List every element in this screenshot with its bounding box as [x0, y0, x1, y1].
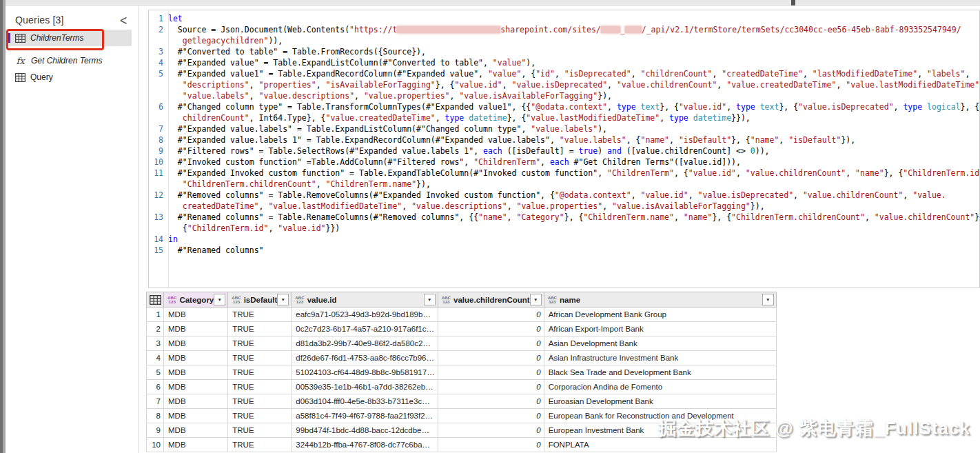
table-cell[interactable]: 0: [438, 308, 544, 322]
row-number[interactable]: 4: [147, 351, 164, 365]
table-cell[interactable]: MDB: [164, 438, 228, 452]
table-cell[interactable]: Asian Development Bank: [544, 336, 776, 351]
code-line[interactable]: 13 #"Renamed columns" = Table.RenameColu…: [149, 212, 979, 223]
table-cell[interactable]: 0: [438, 365, 544, 380]
column-filter-dropdown[interactable]: ▼: [214, 294, 225, 305]
table-cell[interactable]: d81da3b2-99b7-40e9-86f2-da580c2…: [292, 336, 438, 351]
table-cell[interactable]: TRUE: [228, 365, 292, 380]
code-line[interactable]: "ChildrenTerm.childrenCount", "ChildrenT…: [149, 179, 979, 190]
column-header-name[interactable]: ABC123name▼: [544, 292, 776, 308]
table-cell[interactable]: 0: [438, 351, 544, 365]
column-header-category[interactable]: ABC123Category▼: [164, 292, 228, 308]
code-line[interactable]: 12 #"Removed columns" = Table.RemoveColu…: [149, 190, 979, 201]
table-cell[interactable]: TRUE: [228, 336, 292, 351]
code-line[interactable]: 3 #"Converted to table" = Table.FromReco…: [149, 46, 979, 57]
table-cell[interactable]: 0c2c7d23-6b17-4a57-a210-917a6f1c…: [292, 322, 438, 336]
table-cell[interactable]: 0: [438, 409, 544, 423]
collapsed-panel-strip[interactable]: [0, 0, 6, 453]
code-line[interactable]: 9 #"Filtered rows" = Table.SelectRows(#"…: [149, 145, 979, 157]
row-number[interactable]: 6: [147, 380, 164, 394]
table-cell[interactable]: TRUE: [228, 423, 292, 438]
table-cell[interactable]: MDB: [164, 423, 228, 438]
table-cell[interactable]: 0: [438, 322, 544, 336]
table-cell[interactable]: 0: [438, 423, 544, 438]
row-number[interactable]: 1: [147, 308, 164, 322]
code-line[interactable]: 6 #"Changed column type" = Table.Transfo…: [149, 101, 979, 112]
table-cell[interactable]: MDB: [164, 351, 228, 365]
query-item-query[interactable]: Query: [6, 69, 132, 85]
table-cell[interactable]: 00539e35-1e1b-46b1-a7dd-38262eb…: [292, 380, 438, 394]
column-filter-dropdown[interactable]: ▼: [277, 294, 289, 305]
table-cell[interactable]: df26de67-f6d1-4753-aa8c-f86cc7b96…: [292, 351, 438, 365]
row-number[interactable]: 9: [147, 423, 164, 438]
table-cell[interactable]: MDB: [164, 409, 228, 423]
code-line[interactable]: 1let: [149, 13, 979, 24]
table-cell[interactable]: African Export-Import Bank: [544, 322, 776, 336]
table-cell[interactable]: 0: [438, 394, 544, 409]
table-cell[interactable]: 3244b12b-ffba-4767-8f08-dc77c6ba…: [292, 438, 438, 452]
line-number: 15: [149, 245, 168, 256]
code-line[interactable]: 7 #"Expanded value.labels" = Table.Expan…: [149, 123, 979, 134]
code-line[interactable]: {"ChildrenTerm.id", "value.id"}}): [149, 223, 979, 234]
row-number[interactable]: 8: [147, 409, 164, 423]
m-code-editor[interactable]: 1let2 Source = Json.Document(Web.Content…: [148, 10, 980, 288]
column-header-value-childrencount[interactable]: ABC123value.childrenCount▼: [438, 292, 544, 308]
table-corner-icon[interactable]: [147, 292, 164, 308]
table-cell[interactable]: TRUE: [228, 409, 292, 423]
row-number[interactable]: 3: [147, 336, 164, 351]
column-filter-dropdown[interactable]: ▼: [424, 294, 436, 305]
table-cell[interactable]: Corporacion Andina de Fomento: [544, 380, 776, 394]
collapse-pane-icon[interactable]: <: [115, 12, 132, 28]
code-line[interactable]: childrenCount", Int64.Type}, {"value.cre…: [149, 112, 979, 123]
code-line[interactable]: 14in: [149, 234, 979, 245]
table-cell[interactable]: MDB: [164, 380, 228, 394]
table-cell[interactable]: 0: [438, 438, 544, 452]
code-line[interactable]: 2 Source = Json.Document(Web.Contents("h…: [149, 24, 979, 35]
code-line[interactable]: 11 #"Expanded Invoked custom function" =…: [149, 168, 979, 179]
line-number: 9: [149, 145, 168, 157]
table-cell[interactable]: TRUE: [228, 308, 292, 322]
query-item-get-children-terms[interactable]: fx Get Children Terms: [6, 52, 132, 69]
code-line[interactable]: createdDateTime", "value.lastModifiedDat…: [149, 201, 979, 212]
table-cell[interactable]: Euroasian Development Bank: [544, 394, 776, 409]
row-number[interactable]: 2: [147, 322, 164, 336]
table-cell[interactable]: 99bd474f-1bdc-4d88-bacc-12dcdbe…: [292, 423, 438, 438]
table-cell[interactable]: MDB: [164, 394, 228, 409]
table-cell[interactable]: MDB: [164, 336, 228, 351]
code-line[interactable]: 15 #"Renamed columns": [149, 245, 979, 256]
table-cell[interactable]: African Development Bank Group: [544, 308, 776, 322]
table-cell[interactable]: TRUE: [228, 351, 292, 365]
table-cell[interactable]: 0: [438, 336, 544, 351]
redaction-box: [601, 26, 620, 33]
table-cell[interactable]: TRUE: [228, 322, 292, 336]
table-cell[interactable]: MDB: [164, 322, 228, 336]
column-header-isdefault[interactable]: ABC123isDefault▼: [228, 292, 292, 308]
table-cell[interactable]: TRUE: [228, 438, 292, 452]
query-item-childrenterms[interactable]: ChildrenTerms: [6, 30, 132, 46]
table-cell[interactable]: Asian Infrastructure Investment Bank: [544, 351, 776, 365]
column-filter-dropdown[interactable]: ▼: [762, 294, 774, 305]
table-cell[interactable]: 0: [438, 380, 544, 394]
query-item-label: Query: [30, 72, 53, 82]
column-header-value-id[interactable]: ABC123value.id▼: [292, 292, 438, 308]
column-filter-dropdown[interactable]: ▼: [530, 294, 542, 305]
code-line[interactable]: "value.labels", "value.descriptions", "v…: [149, 90, 979, 101]
row-number[interactable]: 7: [147, 394, 164, 409]
row-number[interactable]: 10: [147, 438, 164, 452]
table-cell[interactable]: Black Sea Trade and Development Bank: [544, 365, 776, 380]
table-cell[interactable]: a58f81c4-7f49-4f67-9788-faa21f93f2…: [292, 409, 438, 423]
table-cell[interactable]: MDB: [164, 365, 228, 380]
table-cell[interactable]: MDB: [164, 308, 228, 322]
table-cell[interactable]: eafc9a71-0523-49d3-b92d-9bd189b…: [292, 308, 438, 322]
code-line[interactable]: 10 #"Invoked custom function" =Table.Add…: [149, 157, 979, 168]
table-cell[interactable]: d063d104-fff0-4e5e-8b33-b7311e3c…: [292, 394, 438, 409]
code-line[interactable]: "descriptions", "properties", "isAvailab…: [149, 79, 979, 90]
table-cell[interactable]: TRUE: [228, 380, 292, 394]
row-number[interactable]: 5: [147, 365, 164, 380]
code-line[interactable]: 8 #"Expanded value.labels 1" = Table.Exp…: [149, 134, 979, 145]
code-line[interactable]: 5 #"Expanded value1" = Table.ExpandRecor…: [149, 68, 979, 79]
table-cell[interactable]: 51024103-cf64-48d9-8b8c-9b581917…: [292, 365, 438, 380]
code-line[interactable]: getlegacychildren")),: [149, 35, 979, 46]
table-cell[interactable]: TRUE: [228, 394, 292, 409]
code-line[interactable]: 4 #"Expanded value" = Table.ExpandListCo…: [149, 57, 979, 68]
